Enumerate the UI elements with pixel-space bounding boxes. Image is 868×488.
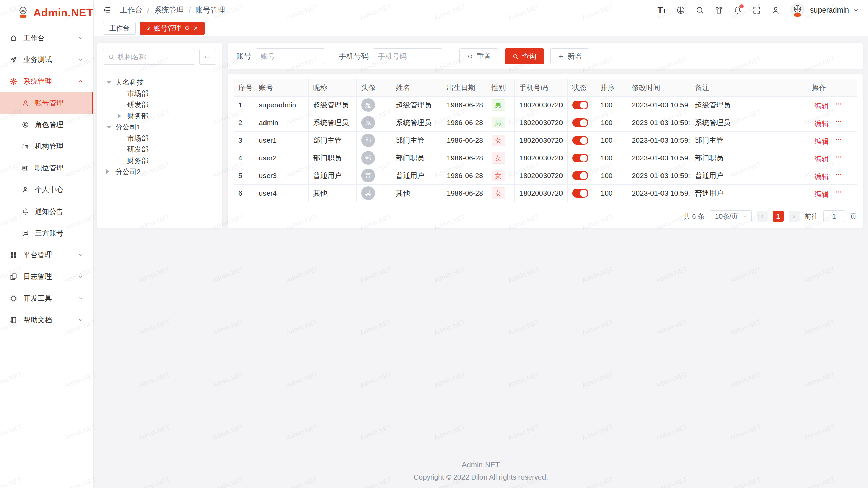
page-unit-label: 页 bbox=[850, 212, 857, 221]
breadcrumb-item-system[interactable]: 系统管理 bbox=[154, 5, 184, 15]
edit-button[interactable]: 编辑 bbox=[812, 189, 829, 199]
tree-node-市场部[interactable]: 市场部 bbox=[100, 88, 220, 99]
tree-more-button[interactable] bbox=[199, 49, 216, 65]
row-more-button[interactable] bbox=[835, 118, 843, 125]
footer-copyright: Copyright © 2022 Dilon All rights reserv… bbox=[94, 473, 868, 481]
sidebar-subitem-职位管理[interactable]: 职位管理 bbox=[0, 157, 93, 179]
content-area: 大名科技市场部研发部财务部分公司1市场部研发部财务部分公司2 账号 手机号码 重… bbox=[94, 36, 868, 456]
tab-workbench[interactable]: 工作台 bbox=[103, 22, 136, 35]
breadcrumb-separator: / bbox=[147, 6, 149, 15]
column-header-3: 头像 bbox=[356, 79, 391, 96]
next-page-button[interactable] bbox=[789, 211, 800, 222]
tab-close-icon[interactable] bbox=[193, 25, 199, 31]
prev-page-button[interactable] bbox=[757, 211, 768, 222]
more-icon bbox=[204, 53, 212, 61]
menu-fold-icon[interactable] bbox=[102, 6, 111, 15]
tab-refresh-icon[interactable] bbox=[184, 25, 190, 31]
account-label: 账号 bbox=[236, 51, 251, 61]
fullscreen-icon[interactable] bbox=[752, 6, 761, 15]
language-icon[interactable] bbox=[676, 6, 685, 15]
sidebar-subitem-机构管理[interactable]: 机构管理 bbox=[0, 136, 93, 157]
tree-node-大名科技[interactable]: 大名科技 bbox=[100, 77, 220, 88]
gender-tag: 男 bbox=[492, 117, 505, 128]
edit-button[interactable]: 编辑 bbox=[812, 101, 829, 111]
reset-button[interactable]: 重置 bbox=[459, 48, 498, 64]
tab-account-management[interactable]: 账号管理 bbox=[140, 22, 205, 35]
theme-icon[interactable] bbox=[714, 6, 723, 15]
org-tree-panel: 大名科技市场部研发部财务部分公司1市场部研发部财务部分公司2 bbox=[97, 43, 222, 228]
tree-node-财务部[interactable]: 财务部 bbox=[100, 110, 220, 121]
status-toggle[interactable] bbox=[572, 136, 588, 145]
add-button[interactable]: 新增 bbox=[550, 48, 589, 64]
sidebar-item-4[interactable]: 日志管理 bbox=[0, 266, 93, 287]
status-toggle[interactable] bbox=[572, 154, 588, 162]
breadcrumb-item-workbench[interactable]: 工作台 bbox=[120, 5, 142, 15]
row-more-button[interactable] bbox=[835, 154, 843, 160]
sidebar-subitem-个人中心[interactable]: 个人中心 bbox=[0, 179, 93, 201]
search-button[interactable]: 查询 bbox=[505, 48, 544, 64]
tree-node-研发部[interactable]: 研发部 bbox=[100, 144, 220, 155]
org-search-input[interactable] bbox=[118, 53, 190, 61]
sidebar-item-1[interactable]: 业务测试 bbox=[0, 49, 93, 70]
total-count-label: 共 6 条 bbox=[684, 212, 705, 221]
status-toggle[interactable] bbox=[572, 118, 588, 127]
sidebar-item-0[interactable]: 工作台 bbox=[0, 27, 93, 49]
sidebar-subitem-账号管理[interactable]: 账号管理 bbox=[0, 92, 93, 114]
tree-node-分公司2[interactable]: 分公司2 bbox=[100, 166, 220, 177]
chevron-down-icon[interactable] bbox=[853, 7, 859, 13]
grid-icon bbox=[9, 251, 17, 259]
goto-page-input[interactable] bbox=[823, 210, 845, 222]
sidebar-item-5[interactable]: 开发工具 bbox=[0, 287, 93, 309]
sidebar-item-6[interactable]: 帮助文档 bbox=[0, 309, 93, 331]
edit-button[interactable]: 编辑 bbox=[812, 172, 829, 181]
column-header-6: 性别 bbox=[487, 79, 514, 96]
chevron-down-icon bbox=[78, 273, 84, 280]
tree-node-市场部[interactable]: 市场部 bbox=[100, 133, 220, 144]
username-label[interactable]: superadmin bbox=[810, 6, 849, 15]
sidebar-item-2[interactable]: 系统管理 bbox=[0, 70, 93, 92]
column-header-12: 操作 bbox=[807, 79, 857, 96]
sidebar-subitem-角色管理[interactable]: 角色管理 bbox=[0, 114, 93, 136]
search-icon bbox=[512, 53, 519, 60]
status-toggle[interactable] bbox=[572, 189, 588, 198]
caret-down-icon bbox=[106, 124, 115, 130]
row-more-button[interactable] bbox=[835, 101, 843, 107]
app-root: Admin.NET 工作台业务测试系统管理账号管理角色管理机构管理职位管理个人中… bbox=[0, 0, 868, 488]
notification-bell-icon[interactable] bbox=[733, 6, 742, 15]
edit-button[interactable]: 编辑 bbox=[812, 137, 829, 146]
status-toggle[interactable] bbox=[572, 171, 588, 180]
edit-button[interactable]: 编辑 bbox=[812, 119, 829, 128]
phone-label: 手机号码 bbox=[339, 51, 369, 61]
sidebar-subitem-三方账号[interactable]: 三方账号 bbox=[0, 222, 93, 244]
goto-label: 前往 bbox=[805, 212, 818, 221]
page-number-1[interactable]: 1 bbox=[773, 211, 784, 222]
status-toggle[interactable] bbox=[572, 101, 588, 109]
row-more-button[interactable] bbox=[835, 171, 843, 178]
tree-node-研发部[interactable]: 研发部 bbox=[100, 99, 220, 110]
edit-button[interactable]: 编辑 bbox=[812, 154, 829, 164]
tree-node-财务部[interactable]: 财务部 bbox=[100, 155, 220, 166]
user-icon[interactable] bbox=[771, 6, 780, 15]
table-row: 5user3普通用户普普通用户1986-06-28女18020030720100… bbox=[234, 167, 857, 184]
phone-input[interactable] bbox=[373, 48, 442, 64]
cell-account: superadmin bbox=[254, 96, 308, 114]
font-size-icon[interactable]: TT bbox=[657, 6, 666, 15]
sidebar-subitem-通知公告[interactable]: 通知公告 bbox=[0, 201, 93, 222]
search-icon[interactable] bbox=[695, 6, 704, 15]
user-avatar[interactable] bbox=[790, 3, 805, 17]
logs-icon bbox=[9, 273, 17, 281]
row-more-button[interactable] bbox=[835, 189, 843, 196]
accounts-table: 序号账号昵称头像姓名出生日期性别手机号码状态排序修改时间备注操作 1supera… bbox=[234, 79, 857, 202]
cell-account: user4 bbox=[254, 184, 308, 202]
caret-placeholder bbox=[118, 91, 127, 96]
sidebar-item-3[interactable]: 平台管理 bbox=[0, 244, 93, 266]
column-header-11: 备注 bbox=[690, 79, 807, 96]
account-input[interactable] bbox=[256, 48, 325, 64]
row-more-button[interactable] bbox=[835, 136, 843, 143]
page-size-select[interactable]: 10条/页 bbox=[710, 210, 752, 222]
app-title: Admin.NET bbox=[33, 6, 93, 19]
arrow-right-icon bbox=[791, 214, 797, 219]
chevron-down-icon bbox=[743, 214, 748, 219]
app-logo[interactable]: Admin.NET bbox=[0, 0, 93, 25]
tree-node-分公司1[interactable]: 分公司1 bbox=[100, 121, 220, 133]
